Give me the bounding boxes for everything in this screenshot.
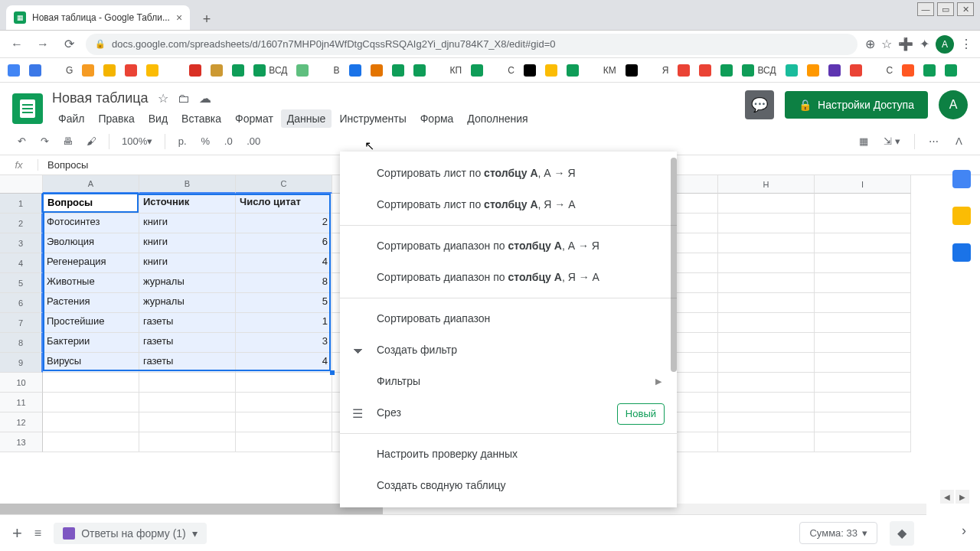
bookmark-item[interactable]: [29, 64, 41, 77]
vertical-scroll-buttons[interactable]: ◀▶: [940, 490, 969, 504]
column-header[interactable]: H: [718, 175, 815, 194]
cell[interactable]: Простейшие: [43, 313, 139, 333]
cell[interactable]: [815, 373, 911, 393]
row-header[interactable]: 9: [0, 353, 43, 373]
merge-button[interactable]: ⇲ ▾: [879, 132, 905, 150]
extensions-icon[interactable]: ✦: [920, 37, 929, 51]
star-document-icon[interactable]: ☆: [158, 91, 168, 106]
close-tab-icon[interactable]: ×: [176, 11, 182, 24]
bookmark-item[interactable]: КМ: [588, 64, 616, 77]
url-input[interactable]: 🔒 docs.google.com/spreadsheets/d/1607n7M…: [86, 34, 858, 55]
bookmark-item[interactable]: G: [51, 64, 73, 77]
bookmark-item[interactable]: [125, 64, 137, 77]
pivot-table-item[interactable]: Создать сводную таблицу: [340, 470, 677, 501]
cell[interactable]: [718, 233, 815, 253]
bookmark-item[interactable]: [626, 64, 638, 77]
sheet-tab[interactable]: Ответы на форму (1) ▾: [54, 523, 207, 544]
data-validation-item[interactable]: Настроить проверку данных: [340, 439, 677, 470]
borders-button[interactable]: ▦: [854, 132, 873, 150]
back-button[interactable]: ←: [8, 35, 26, 54]
column-header[interactable]: I: [815, 175, 911, 194]
row-header[interactable]: 4: [0, 253, 43, 273]
bookmark-item[interactable]: [545, 64, 557, 77]
cell[interactable]: Источник: [139, 194, 236, 214]
menu-правка[interactable]: Правка: [92, 109, 140, 128]
cell[interactable]: Вирусы: [43, 353, 139, 373]
minimize-button[interactable]: —: [917, 2, 934, 16]
cell[interactable]: [718, 194, 815, 214]
cell[interactable]: [815, 313, 911, 333]
row-header[interactable]: 1: [0, 194, 43, 214]
star-icon[interactable]: ☆: [881, 37, 892, 51]
row-header[interactable]: 11: [0, 393, 43, 412]
bookmark-item[interactable]: [923, 64, 936, 77]
maximize-button[interactable]: ▭: [937, 2, 954, 16]
bookmark-item[interactable]: С: [492, 64, 514, 77]
create-filter-item[interactable]: ⏷ Создать фильтр: [340, 334, 677, 366]
cell[interactable]: [236, 412, 332, 432]
bookmark-item[interactable]: [471, 64, 483, 77]
cell[interactable]: газеты: [139, 333, 236, 353]
cell[interactable]: [139, 432, 236, 452]
bookmark-item[interactable]: [146, 64, 158, 77]
install-icon[interactable]: ➕: [898, 37, 913, 51]
cell[interactable]: Число цитат: [236, 194, 332, 214]
share-button[interactable]: 🔒 Настройки Доступа: [785, 91, 928, 119]
cell[interactable]: 1: [236, 313, 332, 333]
column-header[interactable]: A: [43, 175, 139, 194]
cell[interactable]: [43, 432, 139, 452]
cell[interactable]: [815, 293, 911, 313]
bookmark-item[interactable]: [211, 64, 223, 77]
cell[interactable]: [236, 393, 332, 412]
close-window-button[interactable]: ✕: [957, 2, 974, 16]
cell[interactable]: газеты: [139, 353, 236, 373]
cloud-status-icon[interactable]: ☁: [199, 91, 211, 106]
row-header[interactable]: 10: [0, 373, 43, 393]
forward-button[interactable]: →: [34, 35, 52, 54]
sort-sheet-asc-item[interactable]: Сортировать лист по столбцу A, А → Я: [340, 158, 677, 189]
cell[interactable]: книги: [139, 214, 236, 233]
more-button[interactable]: ⋯: [924, 132, 943, 150]
row-header[interactable]: 5: [0, 273, 43, 293]
all-sheets-button[interactable]: ≡: [34, 527, 41, 540]
sort-range-asc-item[interactable]: Сортировать диапазон по столбцу A, А → Я: [340, 230, 677, 262]
cell[interactable]: [718, 253, 815, 273]
bookmark-item[interactable]: [296, 64, 309, 77]
cell[interactable]: 3: [236, 333, 332, 353]
cell[interactable]: журналы: [139, 293, 236, 313]
cell[interactable]: Эволюция: [43, 233, 139, 253]
bookmark-item[interactable]: [232, 64, 244, 77]
cell[interactable]: Бактерии: [43, 333, 139, 353]
row-header[interactable]: 7: [0, 313, 43, 333]
menu-файл[interactable]: Файл: [52, 109, 90, 128]
row-header[interactable]: 8: [0, 333, 43, 353]
profile-avatar[interactable]: A: [936, 35, 954, 54]
bookmark-item[interactable]: [850, 64, 862, 77]
paint-format-button[interactable]: 🖌: [82, 132, 101, 150]
new-tab-button[interactable]: +: [196, 8, 217, 30]
move-document-icon[interactable]: 🗀: [178, 92, 190, 106]
bookmark-item[interactable]: [392, 64, 404, 77]
column-header[interactable]: C: [236, 175, 332, 194]
bookmark-item[interactable]: ВСД: [253, 64, 287, 77]
currency-button[interactable]: р.: [173, 132, 191, 150]
explore-button[interactable]: ◆: [890, 521, 914, 546]
bookmark-item[interactable]: [902, 64, 914, 77]
cell[interactable]: 5: [236, 293, 332, 313]
cell[interactable]: [815, 194, 911, 214]
cell[interactable]: 4: [236, 253, 332, 273]
cell[interactable]: [718, 273, 815, 293]
sort-sheet-desc-item[interactable]: Сортировать лист по столбцу A, Я → А: [340, 189, 677, 220]
cell[interactable]: газеты: [139, 313, 236, 333]
cell[interactable]: 4: [236, 353, 332, 373]
increase-decimal-button[interactable]: .00: [242, 132, 265, 150]
sort-range-desc-item[interactable]: Сортировать диапазон по столбцу A, Я → А: [340, 262, 677, 293]
side-panel-toggle[interactable]: ›: [962, 523, 966, 539]
bookmark-item[interactable]: [567, 64, 579, 77]
undo-button[interactable]: ↶: [12, 132, 31, 150]
zoom-select[interactable]: 100% ▾: [117, 132, 157, 150]
menu-icon[interactable]: ⋮: [960, 37, 972, 51]
cell[interactable]: Животные: [43, 273, 139, 293]
row-header[interactable]: 3: [0, 233, 43, 253]
keep-icon[interactable]: [952, 207, 971, 225]
